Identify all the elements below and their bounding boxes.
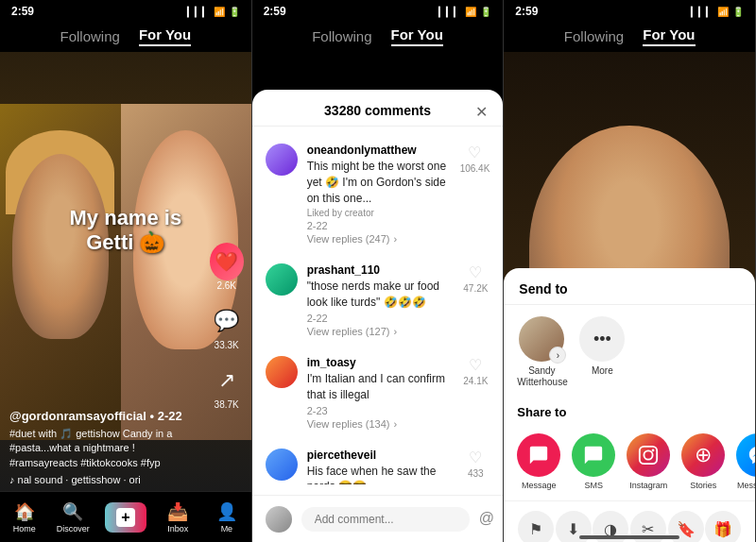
- comment-body: prashant_110 "those nerds make ur food l…: [307, 263, 453, 337]
- send-to-header: Send to: [504, 268, 755, 305]
- share-to-section: Share to Message SMS: [504, 399, 755, 500]
- comment-item: oneandonlymatthew This might be the wors…: [252, 134, 504, 254]
- comments-sheet: 33280 comments ✕ oneandonlymatthew This …: [252, 90, 504, 542]
- share-icon[interactable]: ↗: [210, 364, 244, 398]
- at-icon[interactable]: @: [479, 510, 494, 528]
- nav3-for-you[interactable]: For You: [643, 26, 695, 46]
- sms-label: SMS: [585, 481, 604, 490]
- comment-input[interactable]: [301, 507, 470, 532]
- comment-action[interactable]: 💬 33.3K: [210, 304, 244, 350]
- contact-avatar-wrap: ›: [519, 316, 564, 362]
- contact-sandy[interactable]: › Sandy Witterhouse: [517, 316, 566, 388]
- emoji-icon[interactable]: 🙂: [502, 510, 503, 528]
- profile-icon: 👤: [216, 501, 237, 522]
- comment-heart-icon: ♡: [469, 263, 482, 281]
- nav-inbox[interactable]: 📥 Inbox: [161, 501, 195, 534]
- live-icon: 🎁: [705, 511, 741, 542]
- comment-like-action[interactable]: ♡ 47.2K: [461, 263, 490, 294]
- comment-username[interactable]: piercetheveil: [307, 449, 453, 462]
- messenger-icon: [736, 433, 755, 477]
- comment-date: 2-22: [307, 313, 453, 324]
- heart-icon[interactable]: ❤️: [210, 245, 244, 279]
- comment-like-count: 24.1K: [463, 376, 488, 386]
- comment-like-count: 106.4K: [460, 163, 490, 174]
- nav-discover[interactable]: 🔍 Discover: [56, 501, 90, 534]
- comment-text: I'm Italian and I can confirm that is il…: [307, 371, 453, 403]
- nav2-for-you[interactable]: For You: [391, 26, 443, 46]
- share-sms[interactable]: SMS: [572, 433, 615, 490]
- comment-like-action[interactable]: ♡ 24.1K: [461, 356, 490, 386]
- home-icon: 🏠: [14, 501, 35, 522]
- message-icon: [517, 433, 560, 477]
- comment-heart-icon: ♡: [468, 144, 481, 161]
- messenger-label: Messenger: [737, 481, 755, 490]
- overlay-text: My name isGetti 🎃: [70, 206, 182, 255]
- share-messenger[interactable]: Messenger: [736, 433, 755, 490]
- video-info: @gordonramsayofficial • 2-22 #duet with …: [9, 409, 199, 485]
- signal-icon-3: ▎▎▎: [691, 7, 713, 17]
- comment-like-count: 47.2K: [463, 283, 488, 294]
- status-icons-3: ▎▎▎ 📶 🔋: [691, 7, 744, 17]
- send-sheet: Send to › Sandy Witterhouse ••• More Sha…: [504, 268, 755, 542]
- status-icons-2: ▎▎▎ 📶 🔋: [438, 7, 491, 17]
- comment-username[interactable]: oneandonlymatthew: [307, 144, 451, 157]
- person-left: [0, 104, 121, 440]
- nav-for-you[interactable]: For You: [139, 26, 191, 46]
- action-report[interactable]: ⚑ Report: [517, 505, 555, 542]
- share-instagram[interactable]: Instagram: [627, 433, 670, 490]
- nav2-following[interactable]: Following: [312, 28, 371, 44]
- top-nav: Following For You: [0, 19, 251, 53]
- comment-avatar: [266, 356, 298, 388]
- nav-home[interactable]: 🏠 Home: [8, 501, 42, 534]
- nav3-following[interactable]: Following: [564, 28, 624, 44]
- share-action[interactable]: ↗ 38.7K: [210, 364, 244, 410]
- share-to-title: Share to: [517, 405, 742, 419]
- status-time-3: 2:59: [515, 5, 538, 18]
- comment-item: piercetheveil His face when he saw the n…: [252, 439, 504, 484]
- chevron-right-icon: ›: [549, 347, 566, 364]
- share-stories[interactable]: ⊕ Stories: [681, 433, 725, 490]
- side-actions: ❤️ 2.6K 💬 33.3K ↗ 38.7K: [210, 245, 244, 410]
- comment-like-action[interactable]: ♡ 433: [461, 449, 490, 479]
- comment-replies[interactable]: View replies (134) ›: [307, 418, 453, 430]
- more-button[interactable]: •••: [579, 316, 625, 362]
- comments-title: 33280 comments: [324, 103, 431, 118]
- heart-count: 2.6K: [216, 280, 236, 291]
- comment-like-action[interactable]: ♡ 106.4K: [460, 144, 490, 174]
- share-to-icons: Message SMS Instagram ⊕ Stories: [517, 429, 742, 495]
- comments-list[interactable]: oneandonlymatthew This might be the wors…: [252, 127, 504, 484]
- comment-avatar: [266, 449, 298, 481]
- heart-action[interactable]: ❤️ 2.6K: [210, 245, 244, 291]
- comment-replies[interactable]: View replies (127) ›: [307, 326, 453, 337]
- comment-username[interactable]: im_toasy: [307, 356, 453, 369]
- comment-body: piercetheveil His face when he saw the n…: [307, 449, 453, 484]
- comment-icon[interactable]: 💬: [210, 304, 244, 338]
- contact-name: Sandy Witterhouse: [517, 365, 566, 388]
- comment-body: oneandonlymatthew This might be the wors…: [307, 144, 451, 245]
- plus-button[interactable]: +: [105, 502, 146, 533]
- share-message[interactable]: Message: [517, 433, 560, 490]
- send-contacts: › Sandy Witterhouse ••• More: [504, 305, 755, 399]
- contact-more[interactable]: ••• More: [579, 316, 625, 388]
- top-nav-3: Following For You: [504, 19, 755, 53]
- wifi-icon-3: 📶: [717, 7, 729, 17]
- video-overlay: My name isGetti 🎃: [70, 206, 182, 255]
- video-music: ♪ nal sound · gettisshow · ori: [9, 474, 199, 485]
- nav-following[interactable]: Following: [60, 28, 120, 44]
- comment-username[interactable]: prashant_110: [307, 263, 453, 277]
- share-count: 38.7K: [215, 399, 239, 410]
- nav-create[interactable]: +: [105, 502, 146, 533]
- action-live[interactable]: 🎁 Live gi...: [704, 505, 742, 542]
- home-indicator: [579, 535, 679, 539]
- panel-2: 2:59 ▎▎▎ 📶 🔋 Following For You 33280 com…: [252, 0, 505, 542]
- comment-count: 33.3K: [215, 340, 239, 350]
- input-avatar: [266, 506, 292, 533]
- close-button[interactable]: ✕: [475, 103, 488, 121]
- comment-replies[interactable]: View replies (247) ›: [307, 233, 451, 245]
- status-time: 2:59: [11, 5, 34, 18]
- stories-label: Stories: [690, 481, 716, 490]
- nav-me[interactable]: 👤 Me: [210, 501, 244, 534]
- report-icon: ⚑: [518, 511, 554, 542]
- comments-input-bar: @ 🙂: [252, 495, 504, 542]
- instagram-label: Instagram: [629, 481, 667, 490]
